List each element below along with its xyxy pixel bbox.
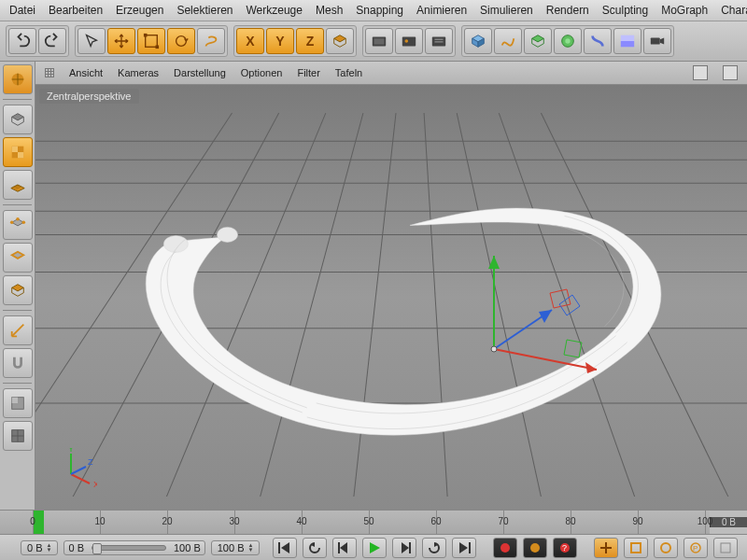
camera-button[interactable] (643, 28, 671, 54)
start-frame-field[interactable]: 0 B▲▼ (21, 540, 58, 555)
svg-rect-5 (374, 38, 385, 44)
axis-x-toggle[interactable]: X (236, 28, 264, 54)
timeline-ruler[interactable]: 0102030405060708090100 (0, 511, 710, 534)
svg-point-19 (22, 221, 26, 225)
key-move-button[interactable] (594, 538, 618, 558)
step-back-loop-button[interactable] (303, 538, 327, 558)
spline-primitive-button[interactable] (494, 28, 522, 54)
viewport-solo-button[interactable] (3, 388, 33, 418)
key-scale-button[interactable] (624, 538, 648, 558)
snap-toggle-button[interactable] (3, 348, 33, 378)
goto-end-button[interactable] (452, 538, 476, 558)
menu-werkzeuge[interactable]: Werkzeuge (246, 4, 302, 17)
lasso-tool[interactable] (197, 28, 225, 54)
rotate-tool[interactable] (167, 28, 195, 54)
axis-z-toggle[interactable]: Z (296, 28, 324, 54)
undo-button[interactable] (8, 28, 36, 54)
menu-mograph[interactable]: MoGraph (661, 4, 708, 17)
vmenu-kameras[interactable]: Kameras (118, 67, 159, 78)
menu-mesh[interactable]: Mesh (316, 4, 343, 17)
step-fwd-loop-button[interactable] (422, 538, 446, 558)
menu-erzeugen[interactable]: Erzeugen (116, 4, 163, 17)
svg-text:Y: Y (68, 448, 74, 454)
menu-datei[interactable]: Datei (9, 4, 35, 17)
svg-text:Z: Z (88, 457, 93, 467)
svg-rect-71 (631, 543, 641, 553)
svg-line-28 (354, 113, 396, 497)
move-tool[interactable] (107, 28, 135, 54)
menu-simulieren[interactable]: Simulieren (480, 4, 533, 17)
edges-mode-button[interactable] (3, 243, 33, 273)
environment-button[interactable] (613, 28, 641, 54)
menu-bearbeiten[interactable]: Bearbeiten (49, 4, 103, 17)
render-settings-button[interactable] (425, 28, 453, 54)
viewport-grip-icon[interactable] (45, 68, 54, 77)
main-area: Ansicht Kameras Darstellung Optionen Fil… (0, 62, 747, 510)
model-mode-button[interactable] (3, 105, 33, 134)
svg-line-52 (71, 467, 86, 474)
workplane-button[interactable] (3, 170, 33, 200)
menu-selektieren[interactable]: Selektieren (176, 4, 233, 17)
vmenu-filter[interactable]: Filter (297, 67, 319, 78)
render-group (362, 25, 456, 57)
viewport-render-button[interactable] (3, 421, 33, 451)
axis-lock-group: X Y Z (233, 25, 357, 57)
menu-snapping[interactable]: Snapping (356, 4, 403, 17)
render-view-button[interactable] (365, 28, 393, 54)
svg-line-50 (71, 474, 90, 483)
redo-button[interactable] (38, 28, 66, 54)
nav-zoom-icon[interactable] (723, 65, 738, 80)
render-picture-button[interactable] (395, 28, 423, 54)
end-frame-field[interactable]: 100 B▲▼ (211, 540, 261, 555)
svg-point-67 (500, 543, 510, 553)
select-tool[interactable] (78, 28, 106, 54)
coord-system-button[interactable] (326, 28, 354, 54)
scale-tool[interactable] (137, 28, 165, 54)
nurbs-button[interactable] (524, 28, 552, 54)
vmenu-optionen[interactable]: Optionen (241, 67, 283, 78)
menu-rendern[interactable]: Rendern (546, 4, 589, 17)
axis-y-toggle[interactable]: Y (266, 28, 294, 54)
menu-charakter[interactable]: Charakt (721, 4, 747, 17)
autokey-button[interactable] (523, 538, 547, 558)
object-mode-button[interactable] (3, 64, 33, 94)
next-frame-button[interactable] (392, 538, 416, 558)
vmenu-darstellung[interactable]: Darstellung (174, 67, 226, 78)
axis-tool-button[interactable] (3, 315, 33, 345)
transform-group (75, 25, 228, 57)
transform-gizmo[interactable] (391, 246, 597, 452)
viewport-menubar: Ansicht Kameras Darstellung Optionen Fil… (35, 62, 747, 85)
play-button[interactable] (362, 538, 387, 558)
menu-animieren[interactable]: Animieren (416, 4, 467, 17)
svg-rect-1 (144, 34, 148, 37)
svg-rect-63 (409, 542, 411, 553)
key-rotate-button[interactable] (654, 538, 678, 558)
polygons-mode-button[interactable] (3, 275, 33, 305)
svg-rect-56 (278, 542, 280, 553)
transport-grip-icon[interactable] (6, 543, 15, 553)
svg-rect-17 (18, 152, 23, 158)
svg-rect-13 (651, 37, 660, 44)
svg-marker-57 (281, 542, 289, 553)
deformer-button[interactable] (584, 28, 612, 54)
record-button[interactable] (493, 538, 517, 558)
texture-mode-button[interactable] (3, 137, 33, 167)
range-slider[interactable]: 0 B 100 B (63, 540, 204, 555)
svg-point-18 (10, 221, 14, 225)
key-pla-button[interactable] (713, 538, 738, 558)
keyframe-options-button[interactable]: ? (553, 538, 577, 558)
nav-move-icon[interactable] (693, 65, 708, 80)
points-mode-button[interactable] (3, 210, 33, 240)
key-param-button[interactable]: P (684, 538, 708, 558)
history-group (6, 25, 69, 57)
timeline[interactable]: 0102030405060708090100 0 B (0, 510, 747, 534)
menu-sculpting[interactable]: Sculpting (602, 4, 648, 17)
vmenu-tafeln[interactable]: Tafeln (335, 67, 362, 78)
goto-start-button[interactable] (273, 538, 297, 558)
cube-primitive-button[interactable] (464, 28, 492, 54)
prev-frame-button[interactable] (332, 538, 357, 558)
mode-palette (0, 62, 35, 510)
perspective-viewport[interactable]: Zentralperspektive (35, 85, 747, 510)
generator-button[interactable] (554, 28, 582, 54)
vmenu-ansicht[interactable]: Ansicht (69, 67, 103, 78)
